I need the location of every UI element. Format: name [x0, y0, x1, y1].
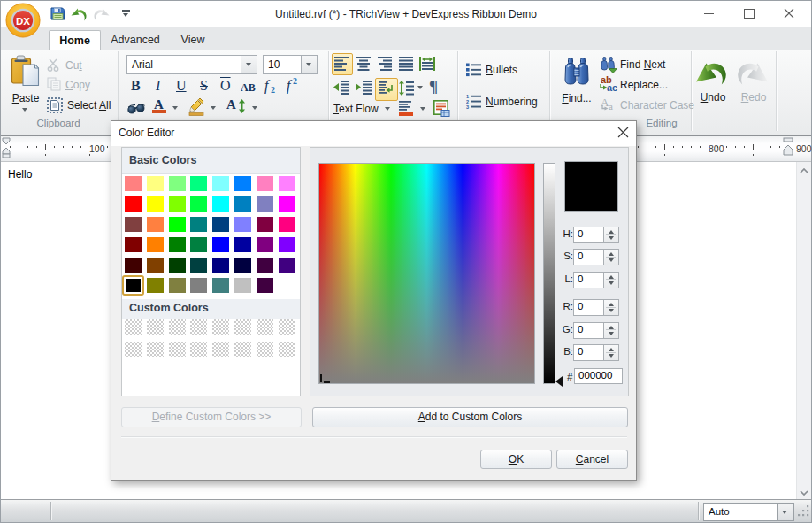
svg-text:3: 3 [466, 104, 469, 109]
svg-text:DX: DX [16, 16, 30, 27]
